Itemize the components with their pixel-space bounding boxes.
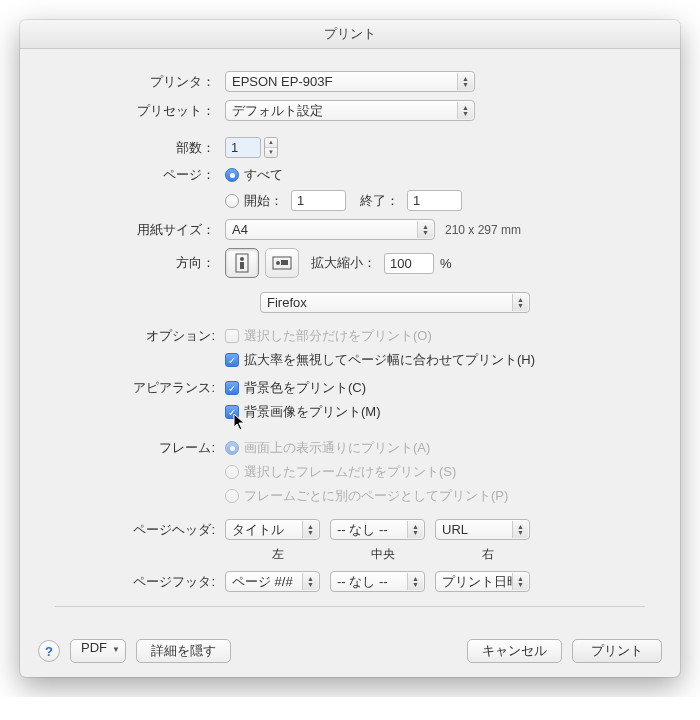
print-bgimage-checkbox[interactable] [225, 405, 239, 419]
footer-center-value: -- なし -- [337, 573, 388, 591]
header-label: ページヘッダ: [55, 521, 225, 539]
section-value: Firefox [267, 295, 307, 310]
frame-label: フレーム: [55, 439, 225, 457]
header-left-popup[interactable]: タイトル▲▼ [225, 519, 320, 540]
print-dialog: プリント プリンタ： EPSON EP-903F ▲▼ プリセット： デフォルト… [20, 20, 680, 677]
svg-rect-5 [281, 260, 288, 265]
copies-field[interactable] [225, 137, 261, 158]
pages-all-radio[interactable] [225, 168, 239, 182]
landscape-icon [272, 255, 292, 271]
hf-left-label: 左 [225, 546, 330, 563]
copies-stepper[interactable]: ▲▼ [264, 137, 278, 158]
print-selection-checkbox [225, 329, 239, 343]
print-selection-label: 選択した部分だけをプリント(O) [244, 327, 432, 345]
scale-label: 拡大縮小： [311, 254, 376, 272]
hf-right-label: 右 [435, 546, 540, 563]
pages-from-label: 開始： [244, 192, 283, 210]
chevron-updown-icon: ▲▼ [417, 221, 433, 238]
printer-label: プリンタ： [55, 73, 225, 91]
scale-field[interactable] [384, 253, 434, 274]
chevron-updown-icon: ▲▼ [302, 521, 318, 538]
orientation-label: 方向： [55, 254, 225, 272]
percent-label: % [440, 256, 452, 271]
footer-left-popup[interactable]: ページ #/#▲▼ [225, 571, 320, 592]
pdf-button[interactable]: PDF ▼ [70, 639, 126, 663]
pages-to-label: 終了： [360, 192, 399, 210]
chevron-updown-icon: ▲▼ [407, 521, 423, 538]
portrait-icon [234, 253, 250, 273]
paper-size-value: A4 [232, 222, 248, 237]
header-right-popup[interactable]: URL▲▼ [435, 519, 530, 540]
printer-popup[interactable]: EPSON EP-903F ▲▼ [225, 71, 475, 92]
cancel-button[interactable]: キャンセル [467, 639, 562, 663]
appearance-label: アピアランス: [55, 379, 225, 397]
print-button[interactable]: プリント [572, 639, 662, 663]
header-center-popup[interactable]: -- なし --▲▼ [330, 519, 425, 540]
svg-rect-2 [240, 262, 244, 269]
printer-value: EPSON EP-903F [232, 74, 332, 89]
print-bgimage-label: 背景画像をプリント(M) [244, 403, 381, 421]
chevron-updown-icon: ▲▼ [512, 573, 528, 590]
hf-center-label: 中央 [330, 546, 435, 563]
chevron-updown-icon: ▲▼ [457, 102, 473, 119]
preset-popup[interactable]: デフォルト設定 ▲▼ [225, 100, 475, 121]
frame-selected-label: 選択したフレームだけをプリント(S) [244, 463, 456, 481]
shrink-to-fit-checkbox[interactable] [225, 353, 239, 367]
pages-to-field[interactable] [407, 190, 462, 211]
footer-center-popup[interactable]: -- なし --▲▼ [330, 571, 425, 592]
chevron-updown-icon: ▲▼ [512, 294, 528, 311]
chevron-down-icon: ▼ [112, 645, 120, 654]
frame-asis-label: 画面上の表示通りにプリント(A) [244, 439, 430, 457]
frame-each-radio [225, 489, 239, 503]
pages-range-radio[interactable] [225, 194, 239, 208]
chevron-updown-icon: ▲▼ [457, 73, 473, 90]
help-button[interactable]: ? [38, 640, 60, 662]
divider [55, 606, 645, 607]
chevron-updown-icon: ▲▼ [407, 573, 423, 590]
header-right-value: URL [442, 522, 468, 537]
footer-right-popup[interactable]: プリント日時▲▼ [435, 571, 530, 592]
preset-label: プリセット： [55, 102, 225, 120]
paper-size-popup[interactable]: A4 ▲▼ [225, 219, 435, 240]
shrink-to-fit-label: 拡大率を無視してページ幅に合わせてプリント(H) [244, 351, 535, 369]
pages-all-label: すべて [244, 166, 283, 184]
orientation-portrait-button[interactable] [225, 248, 259, 278]
pages-from-field[interactable] [291, 190, 346, 211]
svg-point-1 [240, 257, 244, 261]
header-left-value: タイトル [232, 521, 284, 539]
dialog-title: プリント [20, 20, 680, 49]
print-bgcolor-checkbox[interactable] [225, 381, 239, 395]
svg-point-4 [276, 261, 280, 265]
frame-selected-radio [225, 465, 239, 479]
frame-each-label: フレームごとに別のページとしてプリント(P) [244, 487, 508, 505]
footer-label: ページフッタ: [55, 573, 225, 591]
print-bgcolor-label: 背景色をプリント(C) [244, 379, 366, 397]
hide-details-button[interactable]: 詳細を隠す [136, 639, 231, 663]
footer-right-value: プリント日時 [442, 573, 520, 591]
header-center-value: -- なし -- [337, 521, 388, 539]
section-popup[interactable]: Firefox ▲▼ [260, 292, 530, 313]
pages-label: ページ： [55, 166, 225, 184]
frame-asis-radio [225, 441, 239, 455]
footer-left-value: ページ #/# [232, 573, 293, 591]
orientation-landscape-button[interactable] [265, 248, 299, 278]
chevron-updown-icon: ▲▼ [512, 521, 528, 538]
preset-value: デフォルト設定 [232, 102, 323, 120]
pdf-label: PDF [81, 640, 107, 655]
copies-label: 部数： [55, 139, 225, 157]
paper-size-label: 用紙サイズ： [55, 221, 225, 239]
paper-size-note: 210 x 297 mm [445, 223, 521, 237]
chevron-updown-icon: ▲▼ [302, 573, 318, 590]
options-label: オプション: [55, 327, 225, 345]
